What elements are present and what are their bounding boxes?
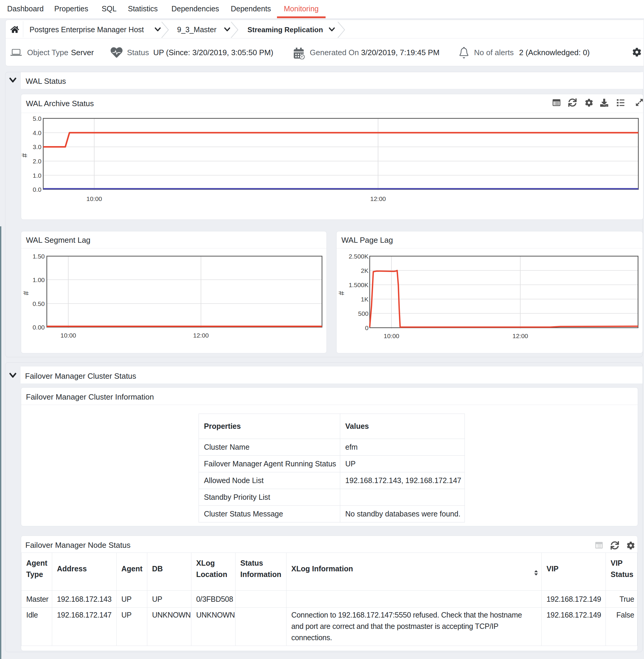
svg-text:500: 500 [358, 310, 369, 317]
svg-text:#: # [337, 291, 346, 295]
svg-text:12:00: 12:00 [370, 195, 386, 202]
svg-text:1K: 1K [361, 296, 369, 303]
svg-text:12:00: 12:00 [193, 332, 209, 339]
svg-text:0.00: 0.00 [32, 324, 45, 331]
svg-text:3.0: 3.0 [33, 143, 42, 150]
svg-text:2.500K: 2.500K [348, 253, 369, 260]
svg-text:1.0: 1.0 [33, 172, 42, 179]
svg-text:10:00: 10:00 [61, 332, 76, 339]
svg-text:12:00: 12:00 [512, 333, 528, 339]
svg-text:5.0: 5.0 [33, 115, 42, 122]
svg-text:10:00: 10:00 [87, 195, 102, 202]
svg-text:#: # [21, 153, 29, 157]
svg-text:10:00: 10:00 [384, 333, 399, 339]
svg-text:1.500K: 1.500K [348, 281, 369, 288]
svg-text:1.00: 1.00 [32, 276, 45, 283]
svg-text:#: # [22, 291, 30, 295]
svg-text:0: 0 [365, 324, 369, 331]
svg-text:2K: 2K [361, 267, 369, 274]
svg-text:2.0: 2.0 [33, 158, 42, 165]
svg-text:0.0: 0.0 [33, 186, 42, 193]
svg-text:4.0: 4.0 [33, 130, 42, 136]
svg-text:0.50: 0.50 [32, 300, 45, 307]
svg-text:1.50: 1.50 [32, 253, 45, 260]
